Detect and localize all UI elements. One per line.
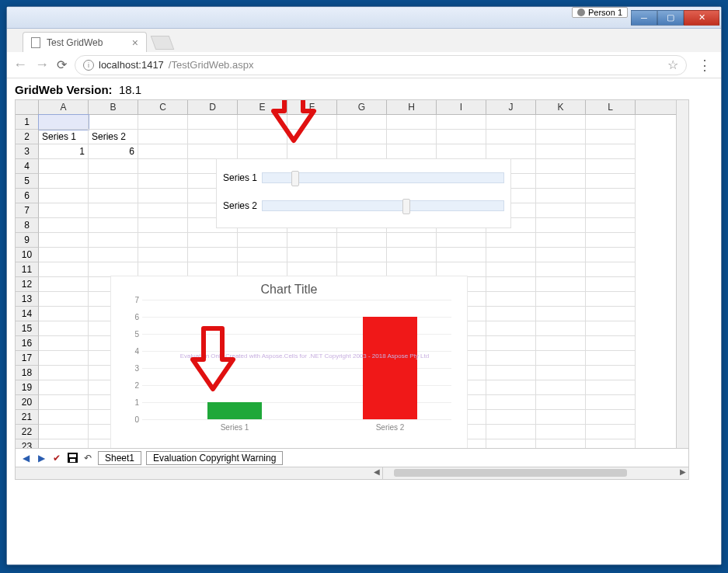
new-tab-button[interactable] [151,36,175,50]
cell-j16[interactable] [486,336,536,351]
cell-a21[interactable] [39,410,89,425]
cell-l17[interactable] [586,351,636,366]
cell-k4[interactable] [536,159,586,174]
cell-j1[interactable] [486,115,536,130]
close-button[interactable]: ✕ [684,10,719,26]
cell-k1[interactable] [536,115,586,130]
reload-button[interactable]: ⟳ [57,57,67,72]
cell-k19[interactable] [536,380,586,395]
cell-h2[interactable] [387,130,437,144]
cell-l5[interactable] [586,174,636,189]
cell-j3[interactable] [486,144,536,159]
cell-h9[interactable] [387,233,437,248]
sheet-tab-sheet1[interactable]: Sheet1 [98,451,141,465]
cell-l9[interactable] [586,233,636,248]
cell-h10[interactable] [387,248,437,262]
prev-sheet-button[interactable]: ◀ [20,453,31,464]
cell-k3[interactable] [536,144,586,159]
cell-k18[interactable] [536,366,586,380]
back-button[interactable]: ← [13,57,27,73]
cell-f9[interactable] [287,233,337,248]
cell-c3[interactable] [138,144,188,159]
cell-l7[interactable] [586,203,636,218]
col-header-j[interactable]: J [486,100,536,114]
row-header[interactable]: 1 [16,115,39,130]
row-header[interactable]: 8 [16,218,39,233]
cell-d9[interactable] [188,233,238,248]
cell-a19[interactable] [39,380,89,395]
cell-l13[interactable] [586,292,636,307]
cell-i1[interactable] [437,115,486,130]
bookmark-star-icon[interactable]: ☆ [667,57,678,72]
row-header[interactable]: 9 [16,233,39,248]
tab-test-gridweb[interactable]: Test GridWeb × [23,32,147,52]
cell-a22[interactable] [39,425,89,439]
cell-l19[interactable] [586,380,636,395]
cell-c1[interactable] [138,115,188,130]
range-handle-2[interactable] [402,199,410,214]
cell-a8[interactable] [39,218,89,233]
row-header[interactable]: 2 [16,130,39,144]
cell-k8[interactable] [536,218,586,233]
cell-b1[interactable] [89,115,138,130]
cell-h1[interactable] [387,115,437,130]
cell-l10[interactable] [586,248,636,262]
cell-l11[interactable] [586,262,636,277]
cell-g1[interactable] [337,115,387,130]
bar-chart[interactable]: Chart Title 01234567 Series 1 Series 2 E… [110,276,468,459]
cell-f10[interactable] [287,248,337,262]
horizontal-scrollbar[interactable]: ◀ ▶ [16,467,688,479]
scroll-left-arrow-icon[interactable]: ◀ [371,467,382,479]
cell-j17[interactable] [486,351,536,366]
col-header-d[interactable]: D [188,100,238,114]
cell-a11[interactable] [39,262,89,277]
cell-k2[interactable] [536,130,586,144]
col-header-k[interactable]: K [536,100,586,114]
submit-button[interactable]: ✔ [51,453,62,464]
profile-badge[interactable]: Person 1 [572,7,628,18]
cell-a12[interactable] [39,277,89,292]
cell-j21[interactable] [486,410,536,425]
cell-k7[interactable] [536,203,586,218]
row-header[interactable]: 18 [16,366,39,380]
cell-a20[interactable] [39,395,89,410]
cell-b4[interactable] [89,159,138,174]
cell-k17[interactable] [536,351,586,366]
cell-j22[interactable] [486,425,536,439]
scroll-track[interactable] [382,467,677,479]
url-input[interactable]: i localhost:1417/TestGridWeb.aspx ☆ [75,55,687,75]
row-header[interactable]: 11 [16,262,39,277]
cell-j2[interactable] [486,130,536,144]
cell-e9[interactable] [238,233,287,248]
maximize-button[interactable]: ▢ [657,10,684,26]
cell-j20[interactable] [486,395,536,410]
cell-l16[interactable] [586,336,636,351]
cell-d1[interactable] [188,115,238,130]
cell-c2[interactable] [138,130,188,144]
cell-a16[interactable] [39,336,89,351]
range-track-1[interactable] [262,172,504,183]
cell-a10[interactable] [39,248,89,262]
cell-k14[interactable] [536,307,586,321]
cell-a5[interactable] [39,174,89,189]
cell-k9[interactable] [536,233,586,248]
cell-k12[interactable] [536,277,586,292]
col-header-g[interactable]: G [337,100,387,114]
row-header[interactable]: 10 [16,248,39,262]
range-track-2[interactable] [262,200,504,211]
cell-j14[interactable] [486,307,536,321]
cell-l6[interactable] [586,189,636,203]
forward-button[interactable]: → [35,57,49,73]
cell-k11[interactable] [536,262,586,277]
cell-b7[interactable] [89,203,138,218]
cell-g2[interactable] [337,130,387,144]
cell-l8[interactable] [586,218,636,233]
cell-j18[interactable] [486,366,536,380]
cell-e10[interactable] [238,248,287,262]
cell-j15[interactable] [486,321,536,336]
cell-c5[interactable] [138,174,188,189]
row-header[interactable]: 19 [16,380,39,395]
row-header[interactable]: 13 [16,292,39,307]
cell-l4[interactable] [586,159,636,174]
cell-j9[interactable] [486,233,536,248]
